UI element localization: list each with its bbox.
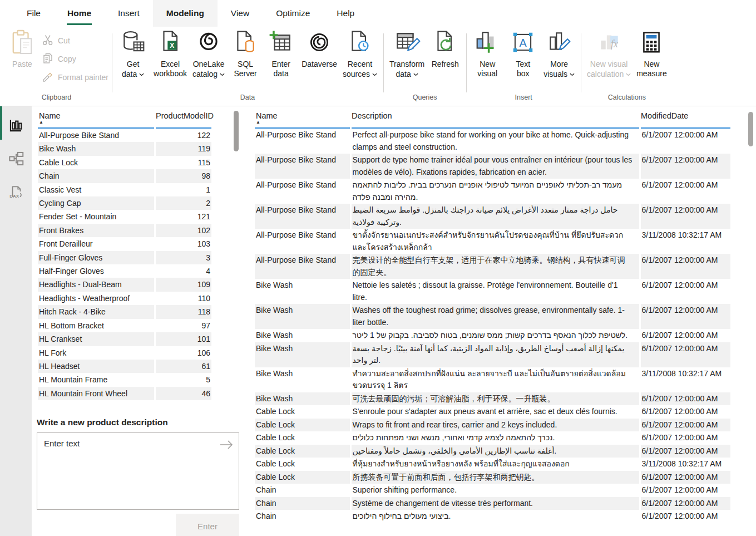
send-arrow-icon[interactable] (219, 439, 234, 451)
cell-name[interactable]: Hitch Rack - 4-Bike (38, 305, 155, 318)
cell-name[interactable]: Cable Lock (255, 419, 350, 432)
cell-product_model_id[interactable]: 106 (155, 346, 211, 360)
cell-name[interactable]: HL Mountain Front Wheel (38, 387, 155, 400)
tab-help[interactable]: Help (323, 0, 368, 27)
cell-modified_date[interactable]: 3/11/2008 10:32:17 AM (640, 458, 730, 471)
tab-home[interactable]: Home (54, 0, 105, 27)
cell-modified_date[interactable]: 6/1/2007 12:00:00 AM (640, 304, 730, 329)
description-input[interactable] (37, 433, 239, 509)
tab-modeling[interactable]: Modeling (153, 0, 218, 27)
cell-product_model_id[interactable]: 115 (155, 156, 211, 169)
cell-name[interactable]: All-Purpose Bike Stand (255, 179, 350, 204)
cell-name[interactable]: Cable Lock (255, 445, 350, 458)
cell-product_model_id[interactable]: 121 (155, 210, 211, 223)
cell-description[interactable]: Système de changement de vitesse très pe… (350, 497, 640, 510)
cell-description[interactable]: 所携装备可置于前面和后面，包括行李架和两把钥匙。 (350, 471, 640, 484)
cell-name[interactable]: Chain (255, 510, 350, 523)
cell-name[interactable]: Classic Vest (38, 183, 155, 196)
cell-name[interactable]: All-Purpose Bike Stand (255, 204, 350, 229)
cell-name[interactable]: Bike Wash (255, 304, 350, 329)
cell-product_model_id[interactable]: 2 (155, 196, 211, 210)
cell-product_model_id[interactable]: 110 (155, 292, 211, 305)
cell-description[interactable]: 完美设计的全能型自行车支架，适用于在家中立地骑乘。钢结构，具有快速可调的固定夹。 (350, 254, 640, 279)
cell-name[interactable]: All-Purpose Bike Stand (38, 128, 155, 142)
cell-modified_date[interactable]: 6/1/2007 12:00:00 AM (640, 254, 730, 279)
cell-modified_date[interactable]: 6/1/2007 12:00:00 AM (640, 431, 730, 445)
cell-product_model_id[interactable]: 109 (155, 278, 211, 291)
more-visuals-button[interactable]: Morevisuals (541, 27, 577, 79)
cell-name[interactable]: Bike Wash (255, 342, 350, 367)
cell-name[interactable]: Cable Lock (255, 431, 350, 445)
column-header-name[interactable]: Name▲ (255, 110, 350, 128)
cell-modified_date[interactable]: 6/1/2007 12:00:00 AM (640, 179, 730, 204)
cell-modified_date[interactable]: 6/1/2007 12:00:00 AM (640, 471, 730, 484)
excel-workbook-button[interactable]: XExcelworkbook (151, 27, 190, 78)
cell-name[interactable]: HL Bottom Bracket (38, 319, 155, 332)
cell-name[interactable]: Cable Lock (255, 471, 350, 484)
cell-name[interactable]: Bike Wash (255, 392, 350, 406)
cell-name[interactable]: Bike Wash (255, 329, 350, 342)
tab-file[interactable]: File (13, 0, 54, 27)
cell-product_model_id[interactable]: 46 (155, 387, 211, 400)
cell-product_model_id[interactable]: 103 (155, 237, 211, 250)
cell-description[interactable]: Perfect all-purpose bike stand for worki… (350, 128, 640, 154)
onelake-catalog-button[interactable]: OneLakecatalog (190, 27, 228, 79)
cell-description[interactable]: ขาตั้งจักรยานอเนกประสงค์สำหรับจักรยานคัน… (350, 229, 640, 254)
enter-data-button[interactable]: Enterdata (263, 27, 299, 78)
cell-description[interactable]: Wraps to fit front and rear tires, carri… (350, 419, 640, 432)
cell-name[interactable]: Front Brakes (38, 224, 155, 237)
cell-modified_date[interactable]: 6/1/2007 12:00:00 AM (640, 329, 730, 342)
cell-product_model_id[interactable]: 122 (155, 128, 211, 142)
cell-description[interactable]: ביצועי מעולים בחילוף הילוכים. (350, 510, 640, 523)
recent-sources-button[interactable]: Recentsources (340, 27, 380, 79)
cell-name[interactable]: Chain (38, 169, 155, 183)
cell-name[interactable]: Headlights - Dual-Beam (38, 278, 155, 291)
cell-modified_date[interactable]: 6/1/2007 12:00:00 AM (640, 154, 730, 179)
cell-modified_date[interactable]: 6/1/2007 12:00:00 AM (640, 204, 730, 229)
cell-description[interactable]: S'enroule pour s'adapter aux pneus avant… (350, 405, 640, 419)
cell-product_model_id[interactable]: 119 (155, 142, 211, 155)
cell-name[interactable]: Cable Lock (38, 156, 155, 169)
cell-name[interactable]: All-Purpose Bike Stand (255, 154, 350, 179)
cell-name[interactable]: HL Fork (38, 346, 155, 360)
cell-product_model_id[interactable]: 98 (155, 169, 211, 183)
cell-product_model_id[interactable]: 102 (155, 224, 211, 237)
cell-name[interactable]: Headlights - Weatherproof (38, 292, 155, 305)
cell-description[interactable]: מעמד רב-תכליתי לאופניים המיועד לטיפולי א… (350, 179, 640, 204)
cell-description[interactable]: Superior shifting performance. (350, 484, 640, 497)
cell-modified_date[interactable]: 6/1/2007 12:00:00 AM (640, 128, 730, 154)
cell-description[interactable]: ทำความสะอาดสิ่งสกปรกที่ฝังแน่น ละลายจาระ… (350, 367, 640, 392)
cell-modified_date[interactable]: 6/1/2007 12:00:00 AM (640, 445, 730, 458)
cell-description[interactable]: לשטיפת לכלוך הנאסף בדרכים קשות; ממס שומנ… (350, 329, 640, 342)
cell-description[interactable]: Nettoie les saletés ; dissout la graisse… (350, 279, 640, 304)
column-header-description[interactable]: Description (350, 110, 640, 128)
model-view-button[interactable] (0, 146, 32, 173)
cell-description[interactable]: Support de type home trainer idéal pour … (350, 154, 640, 179)
transform-data-button[interactable]: Transformdata (387, 27, 427, 79)
cell-description[interactable]: 可洗去最顽固的污垢；可溶解油脂，利于环保。一升瓶装。 (350, 392, 640, 406)
cell-name[interactable]: Cycling Cap (38, 196, 155, 210)
cell-product_model_id[interactable]: 97 (155, 319, 211, 332)
cell-name[interactable]: Full-Finger Gloves (38, 251, 155, 264)
dax-query-view-button[interactable]: DAX (0, 180, 32, 206)
cell-modified_date[interactable]: 6/1/2007 12:00:00 AM (640, 419, 730, 432)
cell-name[interactable]: Cable Lock (255, 405, 350, 419)
cell-description[interactable]: أغلفة تناسب الإطارين الأمامي والخلفي، وت… (350, 445, 640, 458)
cell-name[interactable]: Bike Wash (38, 142, 155, 155)
cell-product_model_id[interactable]: 5 (155, 373, 211, 386)
product-table-scrollbar[interactable] (234, 111, 239, 151)
enter-button[interactable]: Enter (176, 514, 239, 536)
cell-product_model_id[interactable]: 4 (155, 264, 211, 278)
cell-name[interactable]: HL Mountain Frame (38, 373, 155, 386)
cell-name[interactable]: All-Purpose Bike Stand (255, 254, 350, 279)
cell-modified_date[interactable]: 6/1/2007 12:00:00 AM (640, 392, 730, 406)
cell-description[interactable]: حامل دراجة ممتاز متعدد الأغراض يلائم صيا… (350, 204, 640, 229)
tab-view[interactable]: View (218, 0, 263, 27)
tab-optimize[interactable]: Optimize (263, 0, 323, 27)
cell-product_model_id[interactable]: 101 (155, 332, 211, 346)
cell-name[interactable]: HL Crankset (38, 332, 155, 346)
cell-name[interactable]: Chain (255, 484, 350, 497)
cell-name[interactable]: HL Headset (38, 360, 155, 373)
cell-name[interactable]: Chain (255, 497, 350, 510)
cell-modified_date[interactable]: 6/1/2007 12:00:00 AM (640, 484, 730, 497)
